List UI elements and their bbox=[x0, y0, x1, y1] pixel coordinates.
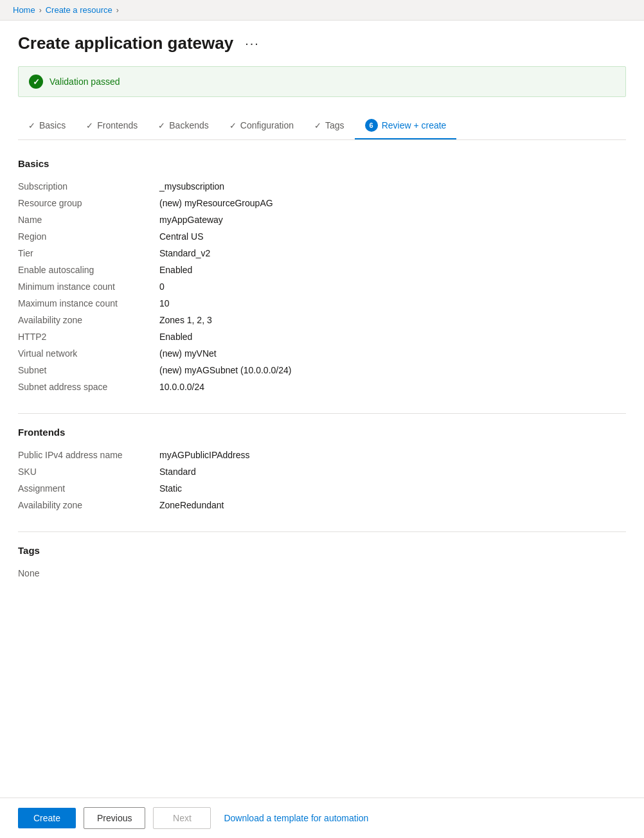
basics-detail-table: Subscription _mysubscription Resource gr… bbox=[18, 178, 626, 395]
frontends-detail-table: Public IPv4 address name myAGPublicIPAdd… bbox=[18, 447, 626, 513]
label-assignment: Assignment bbox=[18, 483, 159, 494]
table-row: Availability zone ZoneRedundant bbox=[18, 497, 626, 513]
tab-basics-label: Basics bbox=[39, 120, 66, 130]
table-row: HTTP2 Enabled bbox=[18, 328, 626, 345]
breadcrumb-home[interactable]: Home bbox=[13, 5, 35, 15]
table-row: Availability zone Zones 1, 2, 3 bbox=[18, 312, 626, 328]
value-subscription: _mysubscription bbox=[159, 181, 224, 192]
value-frontend-az: ZoneRedundant bbox=[159, 500, 224, 510]
value-ipv4-name: myAGPublicIPAddress bbox=[159, 450, 250, 460]
frontends-section-title: Frontends bbox=[18, 427, 626, 438]
tags-section-title: Tags bbox=[18, 545, 626, 556]
value-max-instance: 10 bbox=[159, 298, 170, 308]
tab-review-create[interactable]: 6 Review + create bbox=[355, 112, 457, 139]
label-tier: Tier bbox=[18, 248, 159, 258]
label-frontend-az: Availability zone bbox=[18, 500, 159, 510]
label-min-instance: Minimum instance count bbox=[18, 281, 159, 292]
label-autoscaling: Enable autoscaling bbox=[18, 265, 159, 275]
label-az: Availability zone bbox=[18, 315, 159, 325]
tab-tags-label: Tags bbox=[325, 120, 344, 130]
frontends-check-icon: ✓ bbox=[86, 121, 93, 130]
label-http2: HTTP2 bbox=[18, 332, 159, 342]
value-region: Central US bbox=[159, 231, 203, 242]
value-autoscaling: Enabled bbox=[159, 265, 192, 275]
tags-check-icon: ✓ bbox=[314, 121, 321, 130]
table-row: Enable autoscaling Enabled bbox=[18, 262, 626, 278]
label-max-instance: Maximum instance count bbox=[18, 298, 159, 308]
divider-2 bbox=[18, 531, 626, 532]
tab-basics[interactable]: ✓ Basics bbox=[18, 114, 76, 138]
value-subnet-addr: 10.0.0.0/24 bbox=[159, 382, 204, 392]
value-vnet: (new) myVNet bbox=[159, 348, 217, 359]
table-row: Tier Standard_v2 bbox=[18, 245, 626, 262]
more-options-button[interactable]: ··· bbox=[241, 35, 264, 52]
divider-1 bbox=[18, 413, 626, 414]
table-row: SKU Standard bbox=[18, 463, 626, 480]
tab-backends[interactable]: ✓ Backends bbox=[148, 114, 219, 138]
value-resource-group: (new) myResourceGroupAG bbox=[159, 198, 273, 208]
tab-configuration[interactable]: ✓ Configuration bbox=[219, 114, 304, 138]
tab-frontends-label: Frontends bbox=[97, 120, 138, 130]
value-http2: Enabled bbox=[159, 332, 192, 342]
value-assignment: Static bbox=[159, 483, 182, 494]
label-resource-group: Resource group bbox=[18, 198, 159, 208]
tab-tags[interactable]: ✓ Tags bbox=[304, 114, 355, 138]
value-min-instance: 0 bbox=[159, 281, 165, 292]
automation-link[interactable]: Download a template for automation bbox=[224, 813, 368, 823]
table-row: Virtual network (new) myVNet bbox=[18, 345, 626, 362]
table-row: None bbox=[18, 565, 626, 582]
value-sku: Standard bbox=[159, 467, 196, 477]
tab-configuration-label: Configuration bbox=[240, 120, 294, 130]
next-button: Next bbox=[153, 807, 211, 829]
backends-check-icon: ✓ bbox=[158, 121, 165, 130]
value-az: Zones 1, 2, 3 bbox=[159, 315, 212, 325]
tab-review-create-label: Review + create bbox=[382, 120, 447, 130]
basics-check-icon: ✓ bbox=[28, 121, 35, 130]
label-ipv4-name: Public IPv4 address name bbox=[18, 450, 159, 460]
label-name: Name bbox=[18, 215, 159, 225]
label-sku: SKU bbox=[18, 467, 159, 477]
bottom-bar: Create Previous Next Download a template… bbox=[0, 798, 644, 838]
table-row: Minimum instance count 0 bbox=[18, 278, 626, 295]
previous-button[interactable]: Previous bbox=[84, 807, 145, 829]
review-create-badge: 6 bbox=[365, 119, 378, 132]
breadcrumb: Home › Create a resource › bbox=[13, 5, 631, 15]
page-title: Create application gateway bbox=[18, 33, 233, 53]
tab-backends-label: Backends bbox=[169, 120, 208, 130]
breadcrumb-sep-1: › bbox=[39, 6, 42, 15]
table-row: Maximum instance count 10 bbox=[18, 295, 626, 312]
label-subscription: Subscription bbox=[18, 181, 159, 192]
label-vnet: Virtual network bbox=[18, 348, 159, 359]
label-subnet: Subnet bbox=[18, 365, 159, 375]
frontends-section: Frontends Public IPv4 address name myAGP… bbox=[18, 427, 626, 513]
validation-text: Validation passed bbox=[49, 76, 120, 87]
basics-section: Basics Subscription _mysubscription Reso… bbox=[18, 158, 626, 395]
table-row: Subnet address space 10.0.0.0/24 bbox=[18, 379, 626, 395]
label-subnet-addr: Subnet address space bbox=[18, 382, 159, 392]
tags-section: Tags None bbox=[18, 545, 626, 582]
configuration-check-icon: ✓ bbox=[229, 121, 237, 130]
table-row: Subscription _mysubscription bbox=[18, 178, 626, 195]
table-row: Region Central US bbox=[18, 228, 626, 245]
value-name: myAppGateway bbox=[159, 215, 223, 225]
breadcrumb-create-resource[interactable]: Create a resource bbox=[46, 5, 112, 15]
label-tags-none: None bbox=[18, 568, 159, 578]
tags-detail-table: None bbox=[18, 565, 626, 582]
breadcrumb-sep-2: › bbox=[116, 6, 119, 15]
table-row: Resource group (new) myResourceGroupAG bbox=[18, 195, 626, 211]
tab-frontends[interactable]: ✓ Frontends bbox=[76, 114, 148, 138]
validation-check-icon bbox=[29, 75, 43, 89]
table-row: Assignment Static bbox=[18, 480, 626, 497]
value-tier: Standard_v2 bbox=[159, 248, 210, 258]
value-subnet: (new) myAGSubnet (10.0.0.0/24) bbox=[159, 365, 291, 375]
label-region: Region bbox=[18, 231, 159, 242]
basics-section-title: Basics bbox=[18, 158, 626, 169]
table-row: Public IPv4 address name myAGPublicIPAdd… bbox=[18, 447, 626, 463]
table-row: Subnet (new) myAGSubnet (10.0.0.0/24) bbox=[18, 362, 626, 379]
create-button[interactable]: Create bbox=[18, 808, 76, 828]
table-row: Name myAppGateway bbox=[18, 211, 626, 228]
wizard-tabs: ✓ Basics ✓ Frontends ✓ Backends ✓ Config… bbox=[18, 112, 626, 140]
validation-banner: Validation passed bbox=[18, 66, 626, 97]
